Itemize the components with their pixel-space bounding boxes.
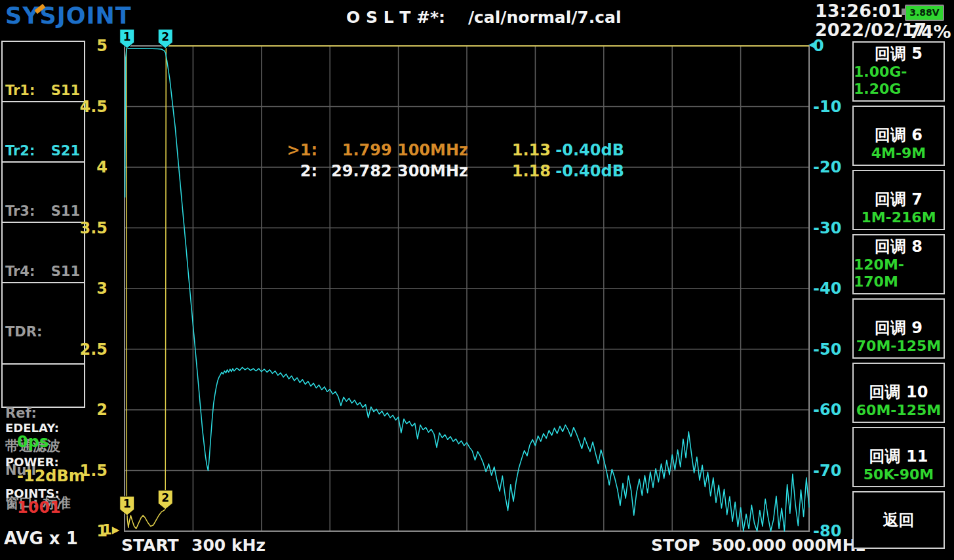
left-axis-swr: 54.543.532.521.51 bbox=[0, 46, 115, 531]
right-axis-db: 0-10-20-30-40-50-60-70-80 bbox=[813, 46, 852, 531]
battery-icon: 3.88V bbox=[905, 5, 944, 21]
trace1-ref-number: 1 bbox=[102, 522, 112, 538]
marker1-id: >1: bbox=[278, 141, 317, 161]
start-label: START bbox=[121, 536, 179, 555]
db-axis-tick: -50 bbox=[813, 341, 841, 358]
marker2-s21: -0.40dB bbox=[551, 162, 624, 182]
recall6-label: 回调 6 bbox=[875, 125, 923, 145]
recall6-button[interactable]: 回调 64M-9M bbox=[852, 106, 945, 166]
recall5-button[interactable]: 回调 51.00G-1.20G bbox=[852, 41, 945, 102]
db-axis-tick: -30 bbox=[813, 220, 841, 237]
recall9-button[interactable]: 回调 970M-125M bbox=[852, 298, 945, 359]
marker2-flag-swr-number: 2 bbox=[161, 491, 169, 504]
recall8-button[interactable]: 回调 8120M-170M bbox=[852, 234, 945, 294]
recall7-label: 回调 7 bbox=[875, 190, 923, 209]
swr-axis-tick: 5 bbox=[96, 37, 108, 54]
swr-axis-tick: 2 bbox=[96, 401, 108, 418]
calibration-status-title: O S L T #*: /cal/normal/7.cal bbox=[346, 8, 621, 27]
recall11-button[interactable]: 回调 1150K-90M bbox=[852, 427, 945, 487]
avg-indicator: AVG x 1 bbox=[4, 529, 78, 548]
recall11-label: 回调 11 bbox=[869, 447, 928, 466]
db-axis-tick: -20 bbox=[813, 159, 841, 176]
marker1-frequency: 1.799 100MHz bbox=[317, 141, 468, 161]
recall9-label: 回调 9 bbox=[875, 318, 923, 338]
marker2-frequency: 29.782 300MHz bbox=[317, 162, 468, 182]
swr-axis-tick: 1.5 bbox=[79, 462, 108, 479]
marker2-swr: 1.18 bbox=[468, 162, 551, 182]
marker1-s21: -0.40dB bbox=[551, 141, 624, 161]
marker1-flag-swr-number: 1 bbox=[123, 497, 131, 510]
clock: 13:26:01 2022/02/17 bbox=[815, 1, 900, 39]
time-text: 13:26:01 bbox=[815, 1, 900, 20]
swr-axis-tick: 4 bbox=[96, 159, 108, 176]
swr-axis-tick: 3 bbox=[96, 280, 108, 297]
recall8-label: 回调 8 bbox=[875, 237, 923, 256]
recall10-label: 回调 10 bbox=[869, 382, 928, 402]
stop-frequency: STOP 500.000 000MHz bbox=[651, 536, 865, 555]
recall6-range: 4M-9M bbox=[871, 145, 926, 162]
recall5-range: 1.00G-1.20G bbox=[854, 64, 944, 98]
battery-percent: 74% bbox=[909, 22, 943, 42]
swr-axis-tick: 4.5 bbox=[79, 98, 108, 115]
recall10-button[interactable]: 回调 1060M-125M bbox=[852, 363, 945, 423]
recall9-range: 70M-125M bbox=[856, 338, 941, 355]
recall10-range: 60M-125M bbox=[856, 402, 941, 419]
marker2-readout: 2: 29.782 300MHz 1.18 -0.40dB bbox=[278, 162, 624, 182]
db-axis-tick: -70 bbox=[813, 462, 841, 479]
back-button[interactable]: 返回 bbox=[852, 491, 945, 549]
db-axis-tick: -40 bbox=[813, 280, 841, 297]
recall7-button[interactable]: 回调 71M-216M bbox=[852, 170, 945, 230]
swr-axis-tick: 3.5 bbox=[79, 220, 108, 237]
start-frequency: 300 kHz bbox=[191, 536, 266, 555]
marker1-swr: 1.13 bbox=[468, 141, 551, 161]
chart-area[interactable]: 1122 bbox=[125, 46, 809, 531]
vna-screen: { "colors":{"yellow":"#e6d44c","cyan":"#… bbox=[0, 0, 954, 560]
marker1-flag-s21-number: 1 bbox=[123, 30, 131, 43]
recall11-range: 50K-90M bbox=[864, 466, 934, 483]
db-axis-tick: -10 bbox=[813, 98, 841, 115]
brand-logo: SYSJOINT bbox=[5, 3, 132, 29]
recall5-label: 回调 5 bbox=[875, 44, 923, 64]
marker1-readout: >1: 1.799 100MHz 1.13 -0.40dB bbox=[278, 141, 624, 161]
db-axis-tick: -60 bbox=[813, 401, 841, 418]
recall7-range: 1M-216M bbox=[861, 209, 936, 226]
marker2-flag-s21-number: 2 bbox=[161, 30, 169, 43]
marker2-id: 2: bbox=[278, 162, 317, 182]
swr-axis-tick: 2.5 bbox=[79, 341, 108, 358]
recall8-range: 120M-170M bbox=[854, 256, 944, 290]
date-text: 2022/02/17 bbox=[815, 20, 900, 39]
back-label: 返回 bbox=[883, 510, 915, 530]
chart-plot: 1122 bbox=[125, 46, 809, 531]
trace1-ref-marker: 1▶ bbox=[102, 522, 119, 538]
right-arrow-icon: ▶ bbox=[112, 524, 120, 536]
